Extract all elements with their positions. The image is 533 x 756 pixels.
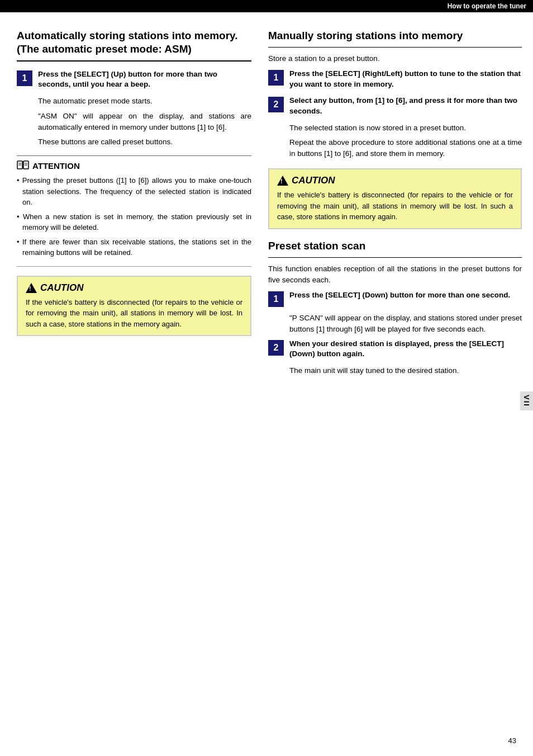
left-section-title: Automatically storing stations into memo… bbox=[17, 29, 251, 56]
page-number: 43 bbox=[508, 736, 516, 745]
right-section2-divider bbox=[268, 257, 522, 258]
left-column: Automatically storing stations into memo… bbox=[17, 29, 251, 380]
right-caution-text: If the vehicle's battery is disconnected… bbox=[277, 190, 513, 223]
left-step1-body3: These buttons are called preset buttons. bbox=[38, 136, 251, 148]
ps-step2-text: When your desired station is displayed, … bbox=[289, 339, 522, 360]
ps-step1-block: 1 Press the [SELECT] (Down) button for m… bbox=[268, 290, 522, 307]
header-bar: How to operate the tuner bbox=[0, 0, 533, 12]
page-container: Automatically storing stations into memo… bbox=[0, 12, 533, 397]
left-step-1-number: 1 bbox=[17, 70, 32, 86]
right-section1-title: Manually storing stations into memory bbox=[268, 29, 522, 42]
right-step2-body2: Repeat the above procedure to store addi… bbox=[289, 137, 522, 160]
right-caution-triangle-icon bbox=[277, 176, 288, 186]
left-step1-body1: The automatic preset mode starts. bbox=[38, 96, 251, 107]
left-step1-body2: "ASM ON" will appear on the display, and… bbox=[38, 111, 251, 134]
right-section2-title: Preset station scan bbox=[268, 239, 522, 253]
chapter-label: VII bbox=[520, 391, 533, 410]
left-step-1-text: Press the [SELECT] (Up) button for more … bbox=[38, 69, 251, 91]
left-mid-divider bbox=[17, 266, 251, 267]
left-caution-title: CAUTION bbox=[26, 282, 242, 294]
attention-bullets: • Pressing the preset buttons ([1] to [6… bbox=[17, 175, 251, 258]
right-step2-block: 2 Select any button, from [1] to [6], an… bbox=[268, 96, 522, 117]
right-caution-label: CAUTION bbox=[292, 175, 335, 186]
right-step1-number: 1 bbox=[268, 70, 284, 86]
right-step2-body1: The selected station is now stored in a … bbox=[289, 122, 522, 134]
left-step-1-block: 1 Press the [SELECT] (Up) button for mor… bbox=[17, 69, 251, 91]
header-text: How to operate the tuner bbox=[448, 2, 526, 10]
ps-step1-number: 1 bbox=[268, 291, 284, 307]
ps-step2-block: 2 When your desired station is displayed… bbox=[268, 339, 522, 360]
attention-title: ATTENTION bbox=[17, 160, 251, 171]
right-step1-text: Press the [SELECT] (Right/Left) button t… bbox=[289, 69, 522, 90]
right-step2-text: Select any button, from [1] to [6], and … bbox=[289, 96, 522, 117]
left-caution-label: CAUTION bbox=[40, 282, 83, 294]
ps-step1-text: Press the [SELECT] (Down) button for mor… bbox=[289, 290, 510, 301]
caution-triangle-icon bbox=[26, 283, 37, 293]
left-caution-box: CAUTION If the vehicle's battery is disc… bbox=[17, 276, 251, 337]
right-step1-block: 1 Press the [SELECT] (Right/Left) button… bbox=[268, 69, 522, 90]
right-section1-intro: Store a station to a preset button. bbox=[268, 53, 522, 64]
ps-step1-body: "P SCAN" will appear on the display, and… bbox=[289, 313, 522, 336]
right-column: Manually storing stations into memory St… bbox=[268, 29, 522, 380]
right-caution-title: CAUTION bbox=[277, 175, 513, 186]
left-caution-text: If the vehicle's battery is disconnected… bbox=[26, 297, 242, 330]
left-section-divider bbox=[17, 60, 251, 62]
attention-bullet-1: • Pressing the preset buttons ([1] to [6… bbox=[17, 175, 251, 208]
right-section1-divider bbox=[268, 47, 522, 48]
book-icon bbox=[17, 160, 29, 171]
attention-box: ATTENTION • Pressing the preset buttons … bbox=[17, 155, 251, 258]
right-caution-box: CAUTION If the vehicle's battery is disc… bbox=[268, 168, 522, 229]
attention-bullet-3: • If there are fewer than six receivable… bbox=[17, 237, 251, 258]
right-step2-number: 2 bbox=[268, 97, 284, 112]
attention-label: ATTENTION bbox=[32, 161, 80, 171]
attention-bullet-2: • When a new station is set in memory, t… bbox=[17, 211, 251, 233]
ps-step2-body: The main unit will stay tuned to the des… bbox=[289, 365, 522, 376]
ps-step2-number: 2 bbox=[268, 340, 284, 356]
right-section2-intro: This function enables reception of all t… bbox=[268, 263, 522, 286]
